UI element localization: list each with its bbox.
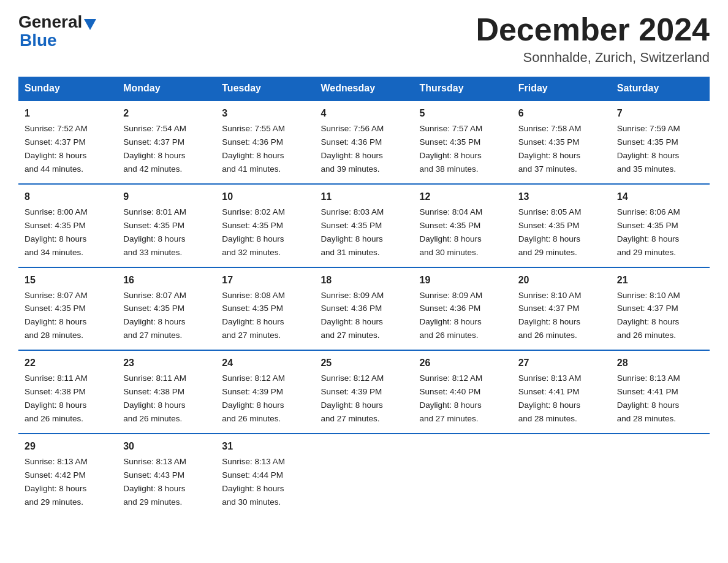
- day-info: Sunrise: 7:55 AMSunset: 4:36 PMDaylight:…: [222, 124, 285, 174]
- day-info: Sunrise: 8:10 AMSunset: 4:37 PMDaylight:…: [617, 291, 680, 340]
- day-number: 30: [123, 439, 210, 454]
- calendar-cell: 20Sunrise: 8:10 AMSunset: 4:37 PMDayligh…: [512, 267, 611, 351]
- calendar-cell: 22Sunrise: 8:11 AMSunset: 4:38 PMDayligh…: [18, 350, 117, 434]
- logo: General Blue: [18, 12, 96, 50]
- day-info: Sunrise: 7:59 AMSunset: 4:35 PMDaylight:…: [617, 124, 680, 174]
- day-info: Sunrise: 8:10 AMSunset: 4:37 PMDaylight:…: [518, 291, 582, 340]
- day-number: 29: [25, 439, 111, 454]
- day-info: Sunrise: 8:13 AMSunset: 4:43 PMDaylight:…: [123, 457, 186, 507]
- day-info: Sunrise: 8:12 AMSunset: 4:40 PMDaylight:…: [420, 373, 483, 423]
- day-info: Sunrise: 8:00 AMSunset: 4:35 PMDaylight:…: [25, 207, 88, 257]
- day-number: 27: [518, 356, 605, 370]
- day-number: 6: [518, 106, 605, 121]
- calendar-cell: 26Sunrise: 8:12 AMSunset: 4:40 PMDayligh…: [414, 350, 512, 434]
- day-number: 22: [25, 356, 111, 370]
- calendar-cell: 27Sunrise: 8:13 AMSunset: 4:41 PMDayligh…: [512, 350, 611, 434]
- calendar-cell: 7Sunrise: 7:59 AMSunset: 4:35 PMDaylight…: [611, 101, 710, 184]
- calendar-cell: 4Sunrise: 7:56 AMSunset: 4:36 PMDaylight…: [314, 101, 413, 184]
- day-info: Sunrise: 8:11 AMSunset: 4:38 PMDaylight:…: [123, 373, 186, 423]
- calendar-cell: 24Sunrise: 8:12 AMSunset: 4:39 PMDayligh…: [216, 350, 314, 434]
- day-number: 21: [617, 273, 703, 288]
- calendar-cell: 1Sunrise: 7:52 AMSunset: 4:37 PMDaylight…: [18, 101, 117, 184]
- logo-general: General: [18, 12, 82, 32]
- day-number: 26: [420, 356, 506, 370]
- day-info: Sunrise: 8:08 AMSunset: 4:35 PMDaylight:…: [222, 291, 285, 340]
- header-tuesday: Tuesday: [216, 77, 314, 101]
- calendar-week-row: 1Sunrise: 7:52 AMSunset: 4:37 PMDaylight…: [18, 101, 710, 184]
- calendar-cell: 2Sunrise: 7:54 AMSunset: 4:37 PMDaylight…: [117, 101, 216, 184]
- day-info: Sunrise: 8:05 AMSunset: 4:35 PMDaylight:…: [518, 207, 582, 257]
- calendar-cell: 23Sunrise: 8:11 AMSunset: 4:38 PMDayligh…: [117, 350, 216, 434]
- day-info: Sunrise: 8:13 AMSunset: 4:41 PMDaylight:…: [518, 373, 582, 423]
- calendar-cell: 3Sunrise: 7:55 AMSunset: 4:36 PMDaylight…: [216, 101, 314, 184]
- calendar-cell: 21Sunrise: 8:10 AMSunset: 4:37 PMDayligh…: [611, 267, 710, 351]
- day-info: Sunrise: 8:13 AMSunset: 4:41 PMDaylight:…: [617, 373, 680, 423]
- calendar-week-row: 15Sunrise: 8:07 AMSunset: 4:35 PMDayligh…: [18, 267, 710, 351]
- calendar-cell: 5Sunrise: 7:57 AMSunset: 4:35 PMDaylight…: [414, 101, 512, 184]
- header-saturday: Saturday: [611, 77, 710, 101]
- day-info: Sunrise: 8:04 AMSunset: 4:35 PMDaylight:…: [420, 207, 483, 257]
- day-number: 18: [320, 273, 407, 288]
- day-info: Sunrise: 7:58 AMSunset: 4:35 PMDaylight:…: [518, 124, 582, 174]
- day-info: Sunrise: 7:57 AMSunset: 4:35 PMDaylight:…: [420, 124, 483, 174]
- calendar-cell: [512, 434, 611, 516]
- calendar-table: SundayMondayTuesdayWednesdayThursdayFrid…: [18, 77, 710, 516]
- day-info: Sunrise: 8:13 AMSunset: 4:44 PMDaylight:…: [222, 457, 285, 507]
- day-number: 15: [25, 273, 111, 288]
- header: General Blue December 2024 Sonnhalde, Zu…: [18, 12, 710, 66]
- calendar-cell: 29Sunrise: 8:13 AMSunset: 4:42 PMDayligh…: [18, 434, 117, 516]
- calendar-cell: 19Sunrise: 8:09 AMSunset: 4:36 PMDayligh…: [414, 267, 512, 351]
- day-info: Sunrise: 7:52 AMSunset: 4:37 PMDaylight:…: [25, 124, 88, 174]
- calendar-cell: 18Sunrise: 8:09 AMSunset: 4:36 PMDayligh…: [314, 267, 413, 351]
- calendar-header-row: SundayMondayTuesdayWednesdayThursdayFrid…: [18, 77, 710, 101]
- calendar-cell: 15Sunrise: 8:07 AMSunset: 4:35 PMDayligh…: [18, 267, 117, 351]
- calendar-cell: 13Sunrise: 8:05 AMSunset: 4:35 PMDayligh…: [512, 184, 611, 267]
- day-number: 1: [25, 106, 111, 121]
- day-number: 12: [420, 190, 506, 204]
- calendar-cell: 16Sunrise: 8:07 AMSunset: 4:35 PMDayligh…: [117, 267, 216, 351]
- day-number: 31: [222, 439, 308, 454]
- day-number: 4: [320, 106, 407, 121]
- calendar-cell: 8Sunrise: 8:00 AMSunset: 4:35 PMDaylight…: [18, 184, 117, 267]
- day-info: Sunrise: 8:09 AMSunset: 4:36 PMDaylight:…: [320, 291, 384, 340]
- day-info: Sunrise: 8:07 AMSunset: 4:35 PMDaylight:…: [25, 291, 88, 340]
- day-info: Sunrise: 7:54 AMSunset: 4:37 PMDaylight:…: [123, 124, 186, 174]
- day-info: Sunrise: 7:56 AMSunset: 4:36 PMDaylight:…: [320, 124, 384, 174]
- calendar-cell: 10Sunrise: 8:02 AMSunset: 4:35 PMDayligh…: [216, 184, 314, 267]
- calendar-cell: [611, 434, 710, 516]
- day-number: 10: [222, 190, 308, 204]
- day-number: 7: [617, 106, 703, 121]
- header-thursday: Thursday: [414, 77, 512, 101]
- page-subtitle: Sonnhalde, Zurich, Switzerland: [476, 50, 710, 66]
- logo-triangle-icon: [84, 19, 96, 30]
- calendar-cell: 25Sunrise: 8:12 AMSunset: 4:39 PMDayligh…: [314, 350, 413, 434]
- day-number: 5: [420, 106, 506, 121]
- day-number: 11: [320, 190, 407, 204]
- title-area: December 2024 Sonnhalde, Zurich, Switzer…: [476, 12, 710, 66]
- day-info: Sunrise: 8:09 AMSunset: 4:36 PMDaylight:…: [420, 291, 483, 340]
- header-sunday: Sunday: [18, 77, 117, 101]
- day-number: 13: [518, 190, 605, 204]
- day-number: 9: [123, 190, 210, 204]
- calendar-cell: 30Sunrise: 8:13 AMSunset: 4:43 PMDayligh…: [117, 434, 216, 516]
- day-number: 3: [222, 106, 308, 121]
- calendar-cell: 17Sunrise: 8:08 AMSunset: 4:35 PMDayligh…: [216, 267, 314, 351]
- page-title: December 2024: [476, 12, 710, 47]
- calendar-cell: 9Sunrise: 8:01 AMSunset: 4:35 PMDaylight…: [117, 184, 216, 267]
- day-number: 23: [123, 356, 210, 370]
- logo-line1: General: [18, 12, 96, 32]
- day-info: Sunrise: 8:13 AMSunset: 4:42 PMDaylight:…: [25, 457, 88, 507]
- day-number: 19: [420, 273, 506, 288]
- day-info: Sunrise: 8:12 AMSunset: 4:39 PMDaylight:…: [320, 373, 384, 423]
- day-info: Sunrise: 8:02 AMSunset: 4:35 PMDaylight:…: [222, 207, 285, 257]
- header-wednesday: Wednesday: [314, 77, 413, 101]
- day-info: Sunrise: 8:11 AMSunset: 4:38 PMDaylight:…: [25, 373, 88, 423]
- calendar-cell: 6Sunrise: 7:58 AMSunset: 4:35 PMDaylight…: [512, 101, 611, 184]
- day-number: 28: [617, 356, 703, 370]
- header-monday: Monday: [117, 77, 216, 101]
- day-number: 24: [222, 356, 308, 370]
- day-info: Sunrise: 8:06 AMSunset: 4:35 PMDaylight:…: [617, 207, 680, 257]
- calendar-week-row: 8Sunrise: 8:00 AMSunset: 4:35 PMDaylight…: [18, 184, 710, 267]
- day-number: 20: [518, 273, 605, 288]
- day-info: Sunrise: 8:03 AMSunset: 4:35 PMDaylight:…: [320, 207, 384, 257]
